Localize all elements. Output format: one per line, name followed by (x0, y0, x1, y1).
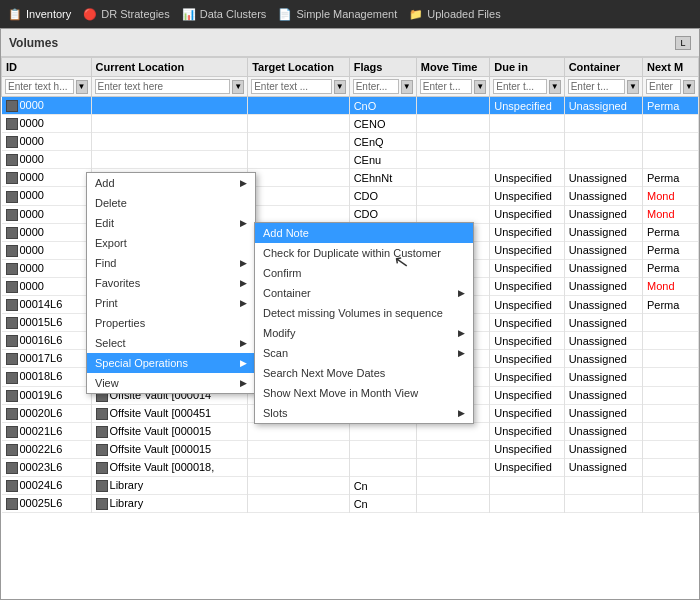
ctx-view[interactable]: View ▶ (87, 373, 255, 393)
cell-next: Perma (643, 169, 699, 187)
window-close-button[interactable]: L (675, 36, 691, 50)
ctx-properties[interactable]: Properties (87, 313, 255, 333)
window-controls: L (675, 36, 691, 50)
table-row[interactable]: 00024L6 Library Cn (2, 476, 699, 494)
table-row[interactable]: 00021L6 Offsite Vault [000015 Unspecifie… (2, 422, 699, 440)
filter-due-btn[interactable]: ▼ (549, 80, 561, 94)
cell-flags: CEnu (349, 151, 416, 169)
col-header-flags[interactable]: Flags (349, 58, 416, 77)
submenu-scan-arrow: ▶ (458, 348, 465, 358)
filter-next-input[interactable] (646, 79, 681, 94)
tab-simple-management[interactable]: 📄 Simple Management (278, 7, 397, 21)
table-container: ID Current Location Target Location Flag… (1, 57, 699, 599)
cell-current (91, 133, 248, 151)
filter-current-btn[interactable]: ▼ (232, 80, 244, 94)
table-row[interactable]: 0000 CEnQ (2, 133, 699, 151)
cell-current: Offsite Vault [000018, (91, 458, 248, 476)
cell-next (643, 115, 699, 133)
filter-move-btn[interactable]: ▼ (474, 80, 486, 94)
filter-due-input[interactable] (493, 79, 546, 94)
submenu-container[interactable]: Container ▶ (255, 283, 473, 303)
cell-due: Unspecified (490, 169, 564, 187)
cell-container (564, 495, 642, 513)
cell-target (248, 495, 350, 513)
cell-target (248, 133, 350, 151)
submenu-add-note[interactable]: Add Note (255, 223, 473, 243)
ctx-export[interactable]: Export (87, 233, 255, 253)
table-row[interactable]: 0000 CnO Unspecified Unassigned Perma (2, 97, 699, 115)
ctx-add-arrow: ▶ (240, 178, 247, 188)
filter-flags[interactable]: ▼ (349, 77, 416, 97)
col-header-current-location[interactable]: Current Location (91, 58, 248, 77)
filter-due[interactable]: ▼ (490, 77, 564, 97)
ctx-special-operations-arrow: ▶ (240, 358, 247, 368)
ctx-special-operations[interactable]: Special Operations ▶ (87, 353, 255, 373)
filter-container-input[interactable] (568, 79, 625, 94)
submenu-slots[interactable]: Slots ▶ (255, 403, 473, 423)
cell-move (416, 205, 489, 223)
filter-move-input[interactable] (420, 79, 472, 94)
tab-data-clusters[interactable]: 📊 Data Clusters (182, 7, 267, 21)
ctx-delete[interactable]: Delete (87, 193, 255, 213)
filter-id-input[interactable] (5, 79, 74, 94)
cell-container: Unassigned (564, 169, 642, 187)
submenu-detect-missing[interactable]: Detect missing Volumes in sequence (255, 303, 473, 323)
cell-next (643, 495, 699, 513)
table-row[interactable]: 00023L6 Offsite Vault [000018, Unspecifi… (2, 458, 699, 476)
filter-container[interactable]: ▼ (564, 77, 642, 97)
submenu-modify[interactable]: Modify ▶ (255, 323, 473, 343)
filter-current[interactable]: ▼ (91, 77, 248, 97)
ctx-favorites[interactable]: Favorites ▶ (87, 273, 255, 293)
table-row[interactable]: 00025L6 Library Cn (2, 495, 699, 513)
filter-flags-btn[interactable]: ▼ (401, 80, 413, 94)
cell-container: Unassigned (564, 458, 642, 476)
table-row[interactable]: 0000 CENO (2, 115, 699, 133)
col-header-target-location[interactable]: Target Location (248, 58, 350, 77)
cell-next: Perma (643, 97, 699, 115)
filter-flags-input[interactable] (353, 79, 399, 94)
submenu-container-arrow: ▶ (458, 288, 465, 298)
filter-next[interactable]: ▼ (643, 77, 699, 97)
tab-dr-strategies[interactable]: 🔴 DR Strategies (83, 7, 169, 21)
submenu-scan[interactable]: Scan ▶ (255, 343, 473, 363)
filter-container-btn[interactable]: ▼ (627, 80, 639, 94)
col-header-due-in[interactable]: Due in (490, 58, 564, 77)
filter-id[interactable]: ▼ (2, 77, 92, 97)
cell-next: Mond (643, 187, 699, 205)
ctx-view-arrow: ▶ (240, 378, 247, 388)
filter-target-btn[interactable]: ▼ (334, 80, 346, 94)
cell-container: Unassigned (564, 187, 642, 205)
table-row[interactable]: 00022L6 Offsite Vault [000015 Unspecifie… (2, 440, 699, 458)
filter-next-btn[interactable]: ▼ (683, 80, 695, 94)
cell-container (564, 476, 642, 494)
filter-move[interactable]: ▼ (416, 77, 489, 97)
cell-flags (349, 458, 416, 476)
ctx-print[interactable]: Print ▶ (87, 293, 255, 313)
col-header-move-time[interactable]: Move Time (416, 58, 489, 77)
ctx-print-arrow: ▶ (240, 298, 247, 308)
ctx-edit[interactable]: Edit ▶ (87, 213, 255, 233)
ctx-find[interactable]: Find ▶ (87, 253, 255, 273)
ctx-add[interactable]: Add ▶ (87, 173, 255, 193)
filter-target-input[interactable] (251, 79, 332, 94)
submenu-search-next-move[interactable]: Search Next Move Dates (255, 363, 473, 383)
submenu-check-duplicate[interactable]: Check for Duplicate within Customer (255, 243, 473, 263)
col-header-next[interactable]: Next M (643, 58, 699, 77)
table-row[interactable]: 0000 CEnu (2, 151, 699, 169)
tab-inventory[interactable]: 📋 Inventory (8, 7, 71, 21)
col-header-id[interactable]: ID (2, 58, 92, 77)
tab-uploaded-files[interactable]: 📁 Uploaded Files (409, 7, 500, 21)
cell-flags: Cn (349, 495, 416, 513)
cell-flags (349, 440, 416, 458)
filter-current-input[interactable] (95, 79, 231, 94)
ctx-select[interactable]: Select ▶ (87, 333, 255, 353)
submenu-show-next-move[interactable]: Show Next Move in Month View (255, 383, 473, 403)
submenu-confirm[interactable]: Confirm (255, 263, 473, 283)
cell-move (416, 169, 489, 187)
cell-next (643, 350, 699, 368)
submenu-slots-arrow: ▶ (458, 408, 465, 418)
cell-id: 00014L6 (2, 296, 92, 314)
filter-target[interactable]: ▼ (248, 77, 350, 97)
col-header-container[interactable]: Container (564, 58, 642, 77)
filter-id-btn[interactable]: ▼ (76, 80, 88, 94)
